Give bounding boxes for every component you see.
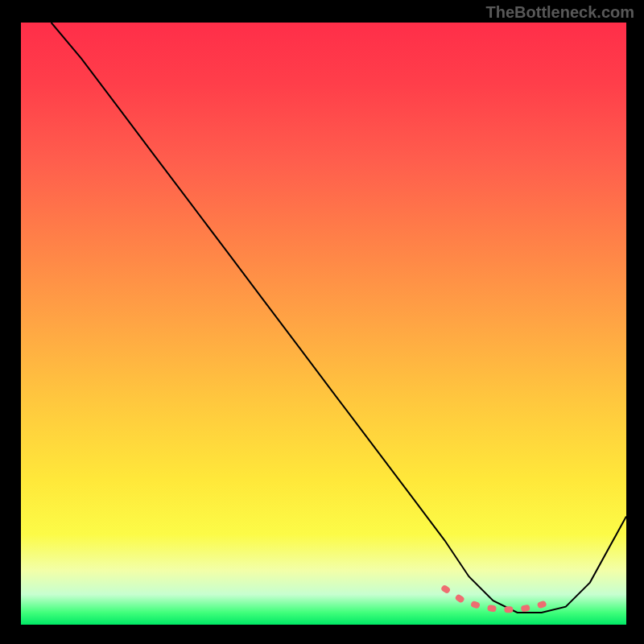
chart-plot-area <box>21 23 626 625</box>
bottleneck-curve-path <box>52 23 626 613</box>
attribution-text: TheBottleneck.com <box>486 3 634 22</box>
chart-svg <box>21 23 626 625</box>
valley-marker-path <box>444 588 553 609</box>
